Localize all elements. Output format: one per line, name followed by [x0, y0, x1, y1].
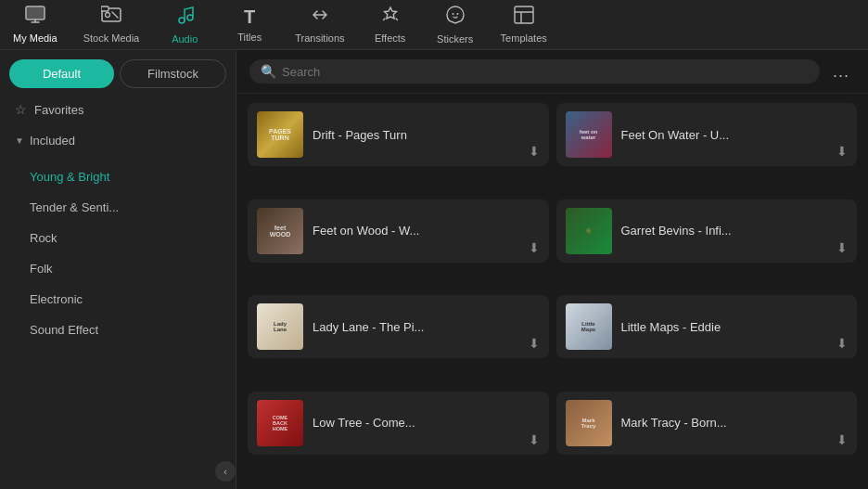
- music-card-feet-water[interactable]: feet onwater Feet On Water - U... ⬇: [556, 103, 858, 166]
- nav-audio-label: Audio: [172, 33, 198, 45]
- nav-titles-label: Titles: [237, 32, 262, 43]
- tab-row: Default Filmstock: [0, 50, 236, 94]
- sub-items-section: Young & Bright Tender & Senti... Rock Fo…: [0, 156, 236, 351]
- transitions-icon: [310, 6, 330, 29]
- nav-stickers-label: Stickers: [437, 33, 473, 45]
- music-title-feet-water: Feet On Water - U...: [621, 128, 849, 142]
- tender-label: Tender & Senti...: [30, 200, 119, 214]
- nav-transitions-label: Transitions: [295, 32, 344, 44]
- music-title-feet-wood: Feet on Wood - W...: [313, 224, 540, 238]
- music-title-mark-tracy: Mark Tracy - Born...: [621, 416, 849, 430]
- music-info-mark-tracy: Mark Tracy - Born...: [621, 416, 849, 430]
- download-icon-garret[interactable]: ⬇: [836, 240, 848, 255]
- music-info-lady-lane: Lady Lane - The Pi...: [313, 320, 540, 334]
- thumb-lady-lane: LadyLane: [257, 303, 303, 350]
- top-nav: My Media Stock Media Audio T Titles: [0, 0, 868, 50]
- nav-transitions[interactable]: Transitions: [282, 0, 357, 50]
- music-title-drift: Drift - Pages Turn: [313, 128, 540, 142]
- svg-rect-1: [27, 7, 44, 19]
- included-label: Included: [30, 134, 75, 148]
- svg-rect-4: [101, 6, 108, 11]
- nav-stock-media-label: Stock Media: [83, 32, 140, 44]
- nav-effects[interactable]: Effects: [358, 0, 423, 50]
- thumb-garret: 🌴: [566, 208, 612, 254]
- svg-point-8: [456, 13, 458, 15]
- stickers-icon: [445, 5, 466, 30]
- music-info-garret: Garret Bevins - Infi...: [621, 224, 849, 238]
- sidebar-item-electronic[interactable]: Electronic: [0, 284, 236, 315]
- favorites-label: Favorites: [34, 103, 83, 117]
- main-layout: Default Filmstock ☆ Favorites ▼ Included…: [0, 50, 868, 489]
- sound-effect-label: Sound Effect: [30, 323, 98, 337]
- my-media-icon: [25, 6, 45, 29]
- download-icon-little-maps[interactable]: ⬇: [836, 336, 848, 351]
- svg-point-5: [179, 18, 185, 23]
- sidebar-item-favorites[interactable]: ☆ Favorites: [0, 94, 236, 125]
- folk-label: Folk: [30, 262, 53, 276]
- music-title-low-tree: Low Tree - Come...: [313, 416, 540, 430]
- music-info-feet-water: Feet On Water - U...: [621, 128, 849, 142]
- young-bright-label: Young & Bright: [30, 170, 109, 184]
- sidebar-collapse-button[interactable]: ‹: [215, 461, 236, 482]
- sidebar-item-sound-effect[interactable]: Sound Effect: [0, 315, 236, 345]
- sidebar-item-young-bright[interactable]: Young & Bright: [0, 161, 236, 192]
- electronic-label: Electronic: [30, 292, 83, 306]
- thumb-low-tree: COMEBACKHOME: [257, 400, 303, 446]
- tab-filmstock[interactable]: Filmstock: [120, 59, 226, 88]
- music-info-drift: Drift - Pages Turn: [313, 128, 540, 142]
- music-card-little-maps[interactable]: LittleMaps Little Maps - Eddie ⬇: [556, 295, 858, 358]
- music-card-garret[interactable]: 🌴 Garret Bevins - Infi... ⬇: [556, 199, 858, 263]
- nav-effects-label: Effects: [375, 32, 405, 44]
- included-header[interactable]: ▼ Included: [0, 125, 236, 156]
- download-icon-lady-lane[interactable]: ⬇: [529, 336, 540, 351]
- music-card-feet-wood[interactable]: feetWOOD Feet on Wood - W... ⬇: [248, 199, 549, 263]
- download-icon-feet-water[interactable]: ⬇: [836, 144, 848, 159]
- svg-point-7: [452, 13, 453, 15]
- thumb-drift: PAGESTURN: [257, 111, 303, 158]
- search-input-wrap[interactable]: 🔍: [249, 59, 820, 84]
- sidebar-item-rock[interactable]: Rock: [0, 223, 236, 253]
- download-icon-low-tree[interactable]: ⬇: [529, 432, 540, 447]
- more-options-button[interactable]: ...: [827, 60, 855, 84]
- titles-icon: T: [244, 6, 255, 28]
- sidebar: Default Filmstock ☆ Favorites ▼ Included…: [0, 50, 236, 489]
- music-card-lady-lane[interactable]: LadyLane Lady Lane - The Pi... ⬇: [248, 295, 549, 358]
- collapse-triangle-icon: ▼: [15, 135, 24, 146]
- music-title-little-maps: Little Maps - Eddie: [621, 320, 849, 334]
- chevron-left-icon: ‹: [223, 466, 227, 477]
- nav-my-media[interactable]: My Media: [0, 0, 70, 50]
- tab-default[interactable]: Default: [9, 59, 114, 88]
- thumb-feet-water: feet onwater: [566, 111, 612, 158]
- download-icon-feet-wood[interactable]: ⬇: [529, 240, 540, 255]
- stock-media-icon: [101, 6, 121, 29]
- download-icon-mark-tracy[interactable]: ⬇: [836, 432, 848, 447]
- templates-icon: [514, 6, 534, 29]
- download-icon-drift[interactable]: ⬇: [529, 144, 540, 159]
- nav-titles[interactable]: T Titles: [217, 0, 282, 50]
- thumb-feet-wood: feetWOOD: [257, 208, 303, 254]
- svg-rect-9: [515, 6, 533, 23]
- music-info-little-maps: Little Maps - Eddie: [621, 320, 849, 334]
- thumb-little-maps: LittleMaps: [566, 303, 612, 350]
- sidebar-item-folk[interactable]: Folk: [0, 253, 236, 284]
- content-area: 🔍 ... PAGESTURN Drift - Pages Turn ⬇ fee…: [236, 50, 868, 489]
- music-info-low-tree: Low Tree - Come...: [313, 416, 540, 430]
- music-title-garret: Garret Bevins - Infi...: [621, 224, 849, 238]
- music-grid: PAGESTURN Drift - Pages Turn ⬇ feet onwa…: [236, 94, 868, 489]
- svg-point-6: [187, 15, 193, 20]
- nav-stickers[interactable]: Stickers: [423, 0, 488, 50]
- music-info-feet-wood: Feet on Wood - W...: [313, 224, 540, 238]
- rock-label: Rock: [30, 231, 57, 245]
- music-card-low-tree[interactable]: COMEBACKHOME Low Tree - Come... ⬇: [248, 392, 549, 455]
- sidebar-item-tender[interactable]: Tender & Senti...: [0, 192, 236, 223]
- nav-stock-media[interactable]: Stock Media: [70, 0, 153, 50]
- nav-templates[interactable]: Templates: [488, 0, 560, 50]
- nav-templates-label: Templates: [501, 32, 547, 44]
- search-input[interactable]: [282, 65, 809, 79]
- music-card-drift[interactable]: PAGESTURN Drift - Pages Turn ⬇: [248, 103, 549, 166]
- search-icon: 🔍: [261, 64, 276, 79]
- music-card-mark-tracy[interactable]: MarkTracy Mark Tracy - Born... ⬇: [556, 392, 858, 455]
- nav-audio[interactable]: Audio: [152, 0, 217, 50]
- svg-point-3: [105, 13, 109, 18]
- nav-my-media-label: My Media: [13, 32, 57, 44]
